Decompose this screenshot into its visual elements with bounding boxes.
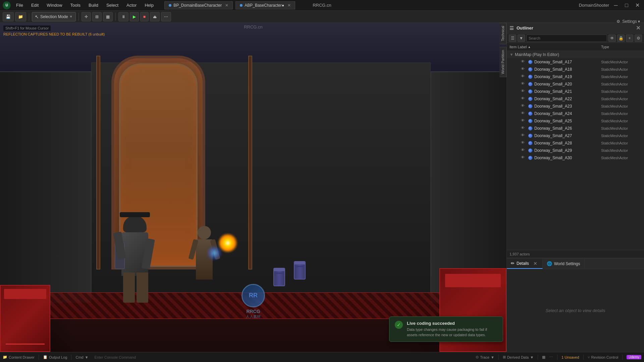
trace-btn[interactable]: ⊙ Trace ▼ [476, 355, 494, 359]
output-log-btn[interactable]: 📋 Output Log [43, 355, 67, 359]
stop-btn[interactable]: ■ [140, 12, 149, 21]
toast-body: Data type changes may cause packaging to… [407, 327, 497, 338]
viewport[interactable]: Shift+F1 for Mouse Cursor REFLECTION CAP… [0, 23, 506, 352]
outliner-settings-btn[interactable]: ⚙ [635, 35, 642, 42]
filter-btn[interactable]: ☰ [509, 35, 516, 42]
settings-label: Settings ▾ [622, 19, 640, 24]
grid-size-btn[interactable]: ▦ [542, 355, 545, 359]
outliner-row-11[interactable]: 👁 Doorway_Small_A28 StaticMeshActor [507, 139, 644, 147]
tab-dot-2 [240, 4, 243, 7]
menu-build[interactable]: Build [86, 1, 101, 9]
menu-window[interactable]: Window [44, 1, 65, 9]
outliner-row-9[interactable]: 👁 Doorway_Small_A26 StaticMeshActor [507, 125, 644, 132]
visibility-eye-3[interactable]: 👁 [521, 81, 526, 87]
open-btn[interactable]: 📁 [15, 12, 26, 21]
maximize-btn[interactable]: □ [623, 1, 631, 9]
menu-file[interactable]: File [13, 1, 26, 9]
options-btn[interactable]: ⋯ [161, 12, 171, 21]
top-watermark: RRCG.cn [244, 24, 263, 29]
menu-actor[interactable]: Actor [124, 1, 139, 9]
statusbar-right: ⊙ Trace ▼ ⊞ Derived Data ▼ ▦ ⋯ 1 Unsaved… [476, 355, 641, 360]
more-icon: ⋯ [549, 355, 553, 359]
outliner-row-3[interactable]: 👁 Doorway_Small_A20 StaticMeshActor [507, 80, 644, 88]
visibility-eye-10[interactable]: 👁 [521, 133, 526, 138]
view-options-btn[interactable]: ▼ [518, 35, 525, 42]
lock-btn[interactable]: 🔒 [617, 35, 625, 42]
outliner-footer: 1,937 actors [507, 250, 644, 258]
outliner-row-12[interactable]: 👁 Doorway_Small_A29 StaticMeshActor [507, 147, 644, 154]
energy-effect [208, 246, 221, 260]
visibility-eye-5[interactable]: 👁 [521, 96, 526, 102]
menu-help[interactable]: Help [142, 1, 156, 9]
pause-btn[interactable]: ⏸ [118, 12, 128, 21]
visibility-eye-2[interactable]: 👁 [521, 74, 526, 79]
visibility-toggle-btn[interactable]: 👁 [608, 35, 616, 42]
selection-mode-btn[interactable]: ↖ Selection Mode ▼ [32, 12, 76, 21]
menu-edit[interactable]: Edit [29, 1, 41, 9]
visibility-eye[interactable]: 👁 [521, 59, 526, 65]
visibility-eye-12[interactable]: 👁 [521, 148, 526, 153]
mesh-icon [528, 59, 533, 65]
outliner-search[interactable] [526, 35, 607, 42]
tab-bp-character[interactable]: BP_DomainBaseCharacter ✕ [164, 1, 233, 9]
close-btn[interactable]: ✕ [633, 1, 641, 9]
status-sep-3 [498, 355, 499, 360]
watermark-brand: RRCG [246, 309, 260, 314]
visibility-eye-8[interactable]: 👁 [521, 118, 526, 124]
details-tab[interactable]: ✏ Details ✕ [507, 258, 543, 269]
outliner-row-6[interactable]: 👁 Doorway_Small_A23 StaticMeshActor [507, 103, 644, 110]
visibility-eye-11[interactable]: 👁 [521, 140, 526, 146]
outliner-row-13[interactable]: 👁 Doorway_Small_A30 StaticMeshActor [507, 154, 644, 162]
outliner-row-0[interactable]: 👁 Doorway_Small_A17 StaticMeshActor [507, 58, 644, 66]
mainmap-label: MainMap (Play In Editor) [515, 52, 559, 57]
outliner-row-8[interactable]: 👁 Doorway_Small_A25 StaticMeshActor [507, 117, 644, 125]
more-btn[interactable]: ⋯ [549, 355, 553, 359]
snap-btn[interactable]: ⊞ [92, 12, 102, 21]
visibility-eye-6[interactable]: 👁 [521, 104, 526, 109]
add-outliner-btn[interactable]: + [626, 35, 633, 42]
visibility-eye-7[interactable]: 👁 [521, 111, 526, 116]
play-btn[interactable]: ▶ [130, 12, 139, 21]
status-sep-5 [557, 355, 557, 360]
tab-dot [169, 4, 171, 7]
outliner-row-1[interactable]: 👁 Doorway_Small_A18 StaticMeshActor [507, 66, 644, 73]
outliner-row-5[interactable]: 👁 Doorway_Small_A22 StaticMeshActor [507, 95, 644, 103]
unsaved-btn[interactable]: 1 Unsaved [561, 355, 579, 359]
pencil-icon: ✏ [511, 261, 515, 266]
outliner-row-2[interactable]: 👁 Doorway_Small_A19 StaticMeshActor [507, 73, 644, 80]
visibility-eye-4[interactable]: 👁 [521, 89, 526, 94]
grid-btn[interactable]: ▦ [103, 12, 113, 21]
details-close[interactable]: ✕ [532, 260, 538, 266]
outliner-header: ☰ Outliner ✕ [507, 23, 644, 34]
tab-abp-character[interactable]: ABP_BaseCharacter● ✕ [235, 1, 295, 9]
outliner-row-10[interactable]: 👁 Doorway_Small_A27 StaticMeshActor [507, 132, 644, 139]
outliner-close[interactable]: ✕ [635, 25, 641, 32]
visibility-eye-1[interactable]: 👁 [521, 67, 526, 72]
side-tab-technical[interactable]: Technical [499, 23, 506, 44]
outliner-row-7[interactable]: 👁 Doorway_Small_A24 StaticMeshActor [507, 110, 644, 117]
world-settings-tab[interactable]: 🌐 World Settings [543, 258, 585, 269]
col-label-header[interactable]: Item Label ▲ [509, 45, 601, 49]
derived-data-btn[interactable]: ⊞ Derived Data ▼ [503, 355, 534, 359]
save-btn[interactable]: 💾 [3, 12, 14, 21]
toolbar-sep-2 [78, 13, 79, 21]
content-drawer-btn[interactable]: 📁 Content Drawer [3, 355, 35, 359]
console-input[interactable] [93, 354, 472, 361]
cmd-btn[interactable]: Cmd ▼ [75, 355, 88, 359]
mainmap-item[interactable]: ▼ MainMap (Play In Editor) [507, 51, 644, 58]
settings-btn[interactable]: ⚙ Settings ▾ [616, 19, 640, 24]
visibility-eye-13[interactable]: 👁 [521, 155, 526, 161]
minimize-btn[interactable]: ─ [612, 1, 620, 9]
udemy-btn[interactable]: Udemy [627, 355, 641, 359]
transform-btn[interactable]: ✛ [82, 12, 91, 21]
side-tab-world-partition[interactable]: World Partition [499, 47, 506, 77]
udemy-badge: Udemy [627, 355, 641, 359]
menu-select[interactable]: Select [104, 1, 121, 9]
col-type-header[interactable]: Type [601, 45, 641, 49]
toast-title: Live coding succeeded [407, 321, 497, 326]
revision-control-btn[interactable]: ⑂ Revision Control [588, 355, 619, 359]
menu-tools[interactable]: Tools [68, 1, 83, 9]
outliner-row-4[interactable]: 👁 Doorway_Small_A21 StaticMeshActor [507, 88, 644, 95]
visibility-eye-9[interactable]: 👁 [521, 126, 526, 131]
eject-btn[interactable]: ⏏ [150, 12, 160, 21]
